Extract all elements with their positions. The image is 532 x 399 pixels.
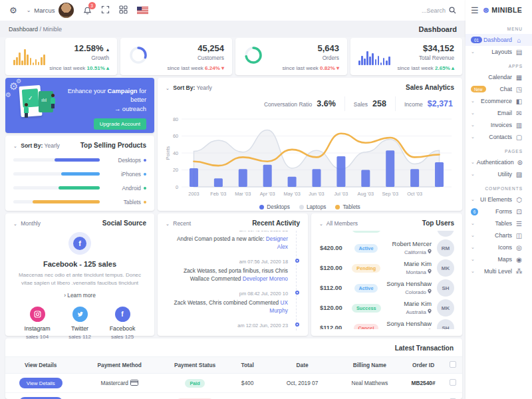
member-row: $120.00 Success Marie Kim Australia MK: [311, 298, 462, 318]
language-flag-button[interactable]: [137, 5, 148, 17]
col-billing-name: Billing Name: [336, 357, 403, 374]
chevron-down-icon: ⌄: [471, 245, 480, 250]
sidebar-item-multi-level[interactable]: ⌄ Multi Level ⁂: [466, 265, 532, 277]
chevron-down-icon: ⌄: [166, 221, 170, 226]
transaction-row: View Details Visa Chargeback $380 Oct, 2…: [5, 393, 462, 399]
activity-link[interactable]: Developer Moreno: [243, 275, 288, 282]
status-badge: Success: [352, 231, 381, 233]
settings-gear-icon[interactable]: ⚙: [9, 5, 17, 15]
search-input[interactable]: [411, 7, 446, 14]
activity-feed[interactable]: am 09:41 Jul, 2020 28 Andrei Coman poste…: [166, 231, 300, 331]
sidebar: ☰ ⊛ MINIBLE MENU 01 Dashboard ⌂ ⌄ Layout…: [466, 0, 532, 399]
search-icon[interactable]: [449, 7, 456, 14]
activity-item: am 09:41 Jul, 2020 28 Andrei Coman poste…: [166, 231, 288, 251]
chevron-down-icon: ⌄: [471, 257, 480, 262]
select-all-checkbox[interactable]: [450, 361, 456, 368]
notifications-button[interactable]: 3: [83, 6, 92, 15]
all-members-dropdown[interactable]: ⌄ All Members: [319, 220, 358, 227]
store-icon: ◧: [515, 98, 523, 105]
members-list[interactable]: Success Texas $420.00 Active Robert Merc…: [311, 231, 462, 329]
chevron-down-icon: ⌄: [471, 197, 480, 202]
icons-icon: ◎: [515, 244, 523, 251]
svg-text:Jun '03: Jun '03: [309, 191, 324, 197]
legend-tablets[interactable]: Tablets: [335, 203, 360, 210]
campaign-text-bold: Campaign: [108, 88, 138, 94]
recent-dropdown[interactable]: ⌄ Recent: [166, 220, 191, 227]
new-badge: New: [471, 86, 486, 92]
sidebar-item-charts[interactable]: ⌄ Charts ◫: [466, 229, 532, 241]
sidebar-item-contacts[interactable]: ⌄ Contacts ▢: [466, 131, 532, 143]
legend-desktops[interactable]: Desktops: [259, 203, 290, 210]
sidebar-item-ui-elements[interactable]: ⌄ UI Elements ⬡: [466, 194, 532, 205]
instagram-icon: [30, 307, 45, 322]
brand-logo[interactable]: ⊛ MINIBLE: [479, 6, 527, 15]
auth-icon: ⊛: [517, 159, 523, 166]
monthly-dropdown[interactable]: ⌄ Monthly: [13, 220, 41, 227]
product-row: Tablets: [5, 195, 154, 209]
stat-delta: 10.51% ▴: [87, 65, 109, 71]
sidebar-item-utility[interactable]: ⌄ Utility ▨: [466, 168, 532, 180]
timeline-dot-icon: [295, 291, 299, 295]
sidebar-item-layouts[interactable]: ⌄ Layouts ▤: [466, 46, 532, 58]
activity-link[interactable]: Designer Alex: [266, 235, 288, 250]
stat-label: Total Revenue: [398, 55, 454, 61]
apps-grid-icon: [119, 5, 128, 14]
breadcrumb-page: Minible: [43, 26, 63, 33]
sidebar-item-icons[interactable]: ⌄ Icons ◎: [466, 241, 532, 253]
upgrade-account-button[interactable]: Upgrade Account: [94, 118, 146, 130]
social-twitter[interactable]: Twitter sales 112: [60, 307, 100, 340]
sidebar-item-calendar[interactable]: Calendar ▦: [466, 71, 532, 83]
location-pin-icon: [428, 269, 432, 274]
svg-text:Feb '03: Feb '03: [210, 191, 226, 197]
member-row: $112.00 Active Sonya Henshaw Colorado SH: [311, 278, 462, 298]
sort-by-dropdown[interactable]: ⌄ Sort By: Yearly: [13, 142, 60, 149]
sales-chart: 0204060802003Feb '03Mar '03Apr '03May '0…: [158, 114, 462, 203]
sidebar-section-apps: APPS: [466, 58, 532, 71]
avatar: RM: [437, 239, 454, 257]
sidebar-item-maps[interactable]: ⌄ Maps ◉: [466, 253, 532, 265]
sidebar-item-invoices[interactable]: ⌄ Invoices ▥: [466, 119, 532, 131]
search-box: [411, 7, 456, 14]
legend-laptops[interactable]: Laptops: [299, 203, 327, 210]
user-menu[interactable]: ⌄ Marcus: [27, 3, 74, 18]
progress-bar: [13, 172, 100, 176]
sidebar-item-forms[interactable]: 6 Forms ⊡: [466, 205, 532, 217]
stat-card-revenue: $34,152 Total Revenue since last week 2.…: [350, 38, 462, 75]
product-label: Android: [106, 185, 141, 192]
apps-grid-button[interactable]: [119, 5, 128, 17]
sidebar-item-tables[interactable]: ⌄ Tables ☰: [466, 217, 532, 229]
chevron-down-icon: ⌄: [471, 233, 480, 238]
stat-card-growth: 12.58% ▴ Growth since last week 10.51% ▴: [5, 38, 117, 75]
breadcrumb-section[interactable]: Dashboard: [9, 26, 38, 33]
sidebar-item-authentication[interactable]: ⌄ Authentication ⊛: [466, 156, 532, 168]
sort-by-dropdown[interactable]: ⌄ Sort By: Yearly: [166, 84, 212, 91]
social-facebook[interactable]: f Facebook sales 125: [102, 307, 142, 340]
invoice-icon: ▥: [515, 122, 523, 129]
activity-item: am 12:02 Jun, 2020 23 Zack Wetass, sed p…: [166, 323, 288, 331]
fullscreen-button[interactable]: [101, 5, 110, 17]
location-pin-icon: [428, 249, 432, 254]
avatar: [437, 231, 454, 237]
activity-item: pm 08:42 Jul, 2020 10 Zack Wetass, Chris…: [166, 291, 288, 315]
view-details-button[interactable]: View Details: [19, 378, 63, 388]
sidebar-item-dashboard[interactable]: 01 Dashboard ⌂: [466, 34, 532, 46]
svg-text:Apr '03: Apr '03: [260, 191, 275, 197]
svg-text:Jul '03: Jul '03: [334, 191, 348, 197]
revenue-sparkline-chart: [358, 48, 390, 65]
chevron-down-icon: ⌄: [27, 7, 31, 13]
stat-caption: since last week: [168, 65, 203, 71]
learn-more-link[interactable]: › Learn more: [64, 292, 96, 299]
social-instagram[interactable]: Instagram sales 104: [17, 307, 57, 340]
sidebar-item-email[interactable]: ⌄ Email ✉: [466, 107, 532, 119]
sidebar-item-chat[interactable]: New Chat ◳: [466, 83, 532, 95]
product-row: iPhones: [5, 167, 154, 181]
sidebar-toggle-button[interactable]: ☰: [471, 5, 479, 15]
chevron-down-icon: ⌄: [471, 172, 480, 177]
latest-transaction-card: Latest Transaction View Details Payment …: [5, 338, 462, 399]
status-badge: Cancel: [354, 324, 379, 330]
member-location: India: [380, 329, 432, 329]
member-row: Success Texas: [311, 231, 462, 238]
sidebar-item-ecommerce[interactable]: ⌄ Ecommerce ◧: [466, 95, 532, 107]
row-checkbox[interactable]: [450, 379, 456, 386]
status-badge: Active: [354, 244, 378, 253]
